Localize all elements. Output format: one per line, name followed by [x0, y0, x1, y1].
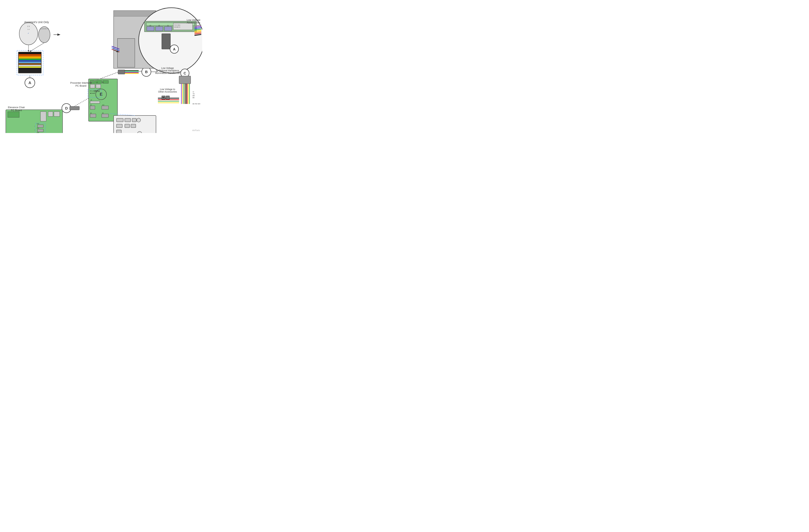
svg-rect-46 — [88, 90, 101, 97]
svg-point-64 — [139, 8, 202, 73]
svg-text:Illumination Transformer: Illumination Transformer — [155, 72, 180, 74]
svg-rect-37 — [90, 101, 100, 103]
svg-rect-7 — [19, 52, 41, 54]
svg-text:J12: J12 — [37, 123, 39, 125]
svg-line-80 — [194, 31, 201, 31]
svg-rect-10 — [19, 57, 41, 58]
svg-line-19 — [30, 43, 44, 52]
svg-line-83 — [194, 34, 201, 35]
svg-text:Low Voltage: Low Voltage — [161, 67, 174, 70]
svg-rect-117 — [54, 112, 60, 117]
svg-text:J1: J1 — [90, 82, 92, 83]
diagram-container: 2 3 1 4 ↙ 1 2 3 4 5 6 7 8 A — [0, 0, 202, 133]
svg-rect-134 — [117, 118, 123, 122]
svg-text:Elevance Chair: Elevance Chair — [8, 106, 25, 109]
svg-text:AV AZ2 O: AV AZ2 O — [174, 26, 180, 28]
svg-text:J9: J9 — [102, 112, 104, 114]
svg-point-20 — [25, 78, 35, 88]
svg-rect-11 — [19, 59, 41, 60]
svg-text:J3: J3 — [102, 82, 104, 83]
svg-rect-27 — [96, 84, 101, 88]
svg-rect-8 — [19, 54, 41, 55]
svg-rect-140 — [131, 124, 136, 128]
svg-rect-139 — [125, 124, 130, 128]
svg-point-137 — [137, 118, 141, 122]
svg-line-63 — [112, 49, 119, 52]
svg-rect-119 — [37, 125, 43, 127]
svg-rect-15 — [19, 65, 41, 66]
svg-rect-135 — [125, 118, 131, 122]
svg-text:J4: J4 — [90, 99, 92, 101]
watermark-label: ArtParts — [192, 129, 200, 131]
svg-text:J11: J11 — [37, 127, 39, 129]
svg-rect-59 — [114, 11, 156, 16]
svg-rect-90 — [179, 76, 191, 84]
svg-text:Accessories: Accessories — [187, 21, 201, 24]
svg-rect-14 — [19, 63, 41, 65]
svg-line-62 — [112, 48, 119, 51]
svg-line-77 — [194, 26, 201, 27]
svg-text:PC Board: PC Board — [11, 109, 22, 112]
svg-rect-112 — [70, 106, 79, 110]
svg-point-4 — [38, 26, 50, 43]
svg-rect-16 — [19, 66, 41, 68]
svg-line-143 — [110, 113, 135, 116]
svg-text:to Optional Handpiece: to Optional Handpiece — [156, 69, 179, 72]
svg-line-78 — [194, 28, 201, 29]
svg-rect-116 — [48, 112, 53, 117]
svg-point-85 — [170, 45, 178, 53]
svg-line-79 — [194, 29, 201, 30]
svg-rect-66 — [147, 23, 194, 25]
svg-rect-40 — [90, 106, 95, 109]
svg-rect-26 — [90, 84, 95, 88]
svg-rect-13 — [19, 62, 41, 63]
svg-text:A: A — [29, 81, 31, 85]
svg-text:●COM: ●COM — [92, 90, 97, 92]
svg-text:Other Accessories: Other Accessories — [158, 90, 177, 93]
svg-rect-126 — [36, 123, 45, 133]
svg-text:J2: J2 — [96, 82, 98, 83]
svg-text:2  3: 2 3 — [27, 25, 30, 27]
svg-rect-17 — [17, 50, 43, 75]
svg-text:BR: BR — [193, 95, 195, 96]
svg-rect-68 — [156, 26, 163, 31]
svg-rect-65 — [144, 21, 196, 32]
svg-rect-133 — [114, 116, 156, 133]
svg-point-88 — [180, 69, 189, 77]
svg-text:J1: J1 — [167, 25, 169, 26]
svg-rect-69 — [165, 26, 172, 31]
svg-rect-44 — [90, 114, 96, 118]
svg-text:■CHAIR: ■CHAIR — [90, 93, 95, 94]
svg-rect-41 — [102, 106, 108, 109]
svg-rect-115 — [40, 112, 46, 121]
svg-text:D: D — [65, 106, 68, 110]
svg-text:J8: J8 — [90, 112, 92, 114]
svg-rect-60 — [118, 38, 135, 67]
svg-rect-58 — [114, 11, 156, 68]
svg-line-53 — [89, 72, 118, 83]
svg-text:BK  RD  WH: BK RD WH — [193, 103, 200, 105]
svg-point-110 — [62, 104, 71, 113]
svg-text:J6: J6 — [90, 104, 92, 106]
svg-point-54 — [142, 67, 151, 76]
svg-line-61 — [112, 46, 119, 49]
svg-text:YE: YE — [193, 93, 195, 95]
svg-text:J10: J10 — [37, 132, 39, 133]
svg-line-82 — [194, 33, 201, 34]
svg-rect-47 — [118, 70, 125, 74]
svg-text:Procenter Interface: Procenter Interface — [70, 82, 92, 84]
svg-text:B: B — [145, 70, 148, 74]
svg-rect-104 — [166, 96, 170, 99]
svg-text:F  E  C  B  A: F E C B A — [174, 24, 180, 26]
svg-text:Low Voltage to: Low Voltage to — [160, 88, 175, 91]
svg-text:D1: D1 — [90, 90, 92, 92]
svg-rect-12 — [19, 60, 41, 61]
svg-text:Low Voltage: Low Voltage — [187, 18, 201, 21]
svg-point-0 — [19, 22, 38, 45]
svg-rect-6 — [18, 52, 41, 73]
svg-text:↙: ↙ — [28, 32, 29, 34]
svg-rect-136 — [132, 118, 136, 122]
svg-text:C: C — [184, 71, 186, 75]
svg-text:A: A — [173, 47, 176, 51]
svg-rect-67 — [147, 26, 154, 31]
